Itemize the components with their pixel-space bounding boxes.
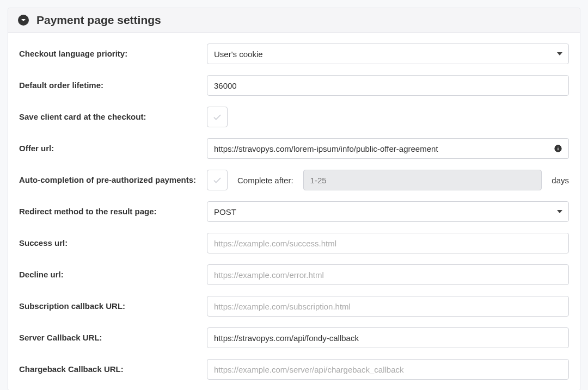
label-decline-url: Decline url: (19, 264, 207, 280)
row-decline-url: Decline url: (19, 264, 569, 285)
row-success-url: Success url: (19, 233, 569, 253)
select-redirect-method-wrap: POST (207, 201, 569, 222)
info-icon (554, 144, 562, 153)
panel-body: Checkout language priority: User's cooki… (8, 33, 580, 390)
label-offer-url: Offer url: (19, 138, 207, 154)
checkbox-save-client-card[interactable] (207, 107, 228, 127)
row-checkout-language-priority: Checkout language priority: User's cooki… (19, 44, 569, 64)
row-redirect-method: Redirect method to the result page: POST (19, 201, 569, 222)
select-checkout-language-priority[interactable]: User's cookie (207, 44, 569, 64)
label-checkout-language-priority: Checkout language priority: (19, 44, 207, 59)
row-server-callback-url: Server Callback URL: (19, 327, 569, 348)
row-subscription-callback-url: Subscription callback URL: (19, 296, 569, 317)
label-chargeback-callback-url: Chargeback Callback URL: (19, 359, 207, 375)
input-default-order-lifetime[interactable] (207, 75, 569, 96)
label-server-callback-url: Server Callback URL: (19, 327, 207, 343)
row-offer-url: Offer url: (19, 138, 569, 159)
label-redirect-method: Redirect method to the result page: (19, 201, 207, 217)
panel-title: Payment page settings (36, 14, 161, 27)
input-chargeback-callback-url[interactable] (207, 359, 569, 380)
panel-header[interactable]: Payment page settings (8, 8, 580, 33)
check-icon (212, 175, 222, 185)
chevron-down-icon (18, 15, 29, 26)
offer-url-group (207, 138, 569, 159)
input-server-callback-url[interactable] (207, 327, 569, 348)
row-chargeback-callback-url: Chargeback Callback URL: (19, 359, 569, 380)
input-offer-url[interactable] (207, 138, 547, 159)
row-save-client-card: Save client card at the checkout: (19, 107, 569, 127)
label-auto-completion: Auto-completion of pre-authorized paymen… (19, 170, 207, 185)
input-decline-url[interactable] (207, 264, 569, 285)
label-save-client-card: Save client card at the checkout: (19, 107, 207, 122)
input-success-url[interactable] (207, 233, 569, 253)
input-complete-after[interactable] (303, 170, 542, 190)
label-complete-after: Complete after: (237, 176, 293, 185)
select-checkout-language-priority-wrap: User's cookie (207, 44, 569, 64)
label-subscription-callback-url: Subscription callback URL: (19, 296, 207, 312)
row-auto-completion: Auto-completion of pre-authorized paymen… (19, 170, 569, 190)
row-default-order-lifetime: Default order lifetime: (19, 75, 569, 96)
check-icon (212, 112, 222, 122)
label-days: days (552, 176, 569, 185)
select-redirect-method[interactable]: POST (207, 201, 569, 222)
label-success-url: Success url: (19, 233, 207, 249)
input-subscription-callback-url[interactable] (207, 296, 569, 317)
payment-settings-panel: Payment page settings Checkout language … (8, 8, 580, 390)
label-default-order-lifetime: Default order lifetime: (19, 75, 207, 91)
offer-url-info-button[interactable] (547, 138, 569, 159)
checkbox-auto-completion[interactable] (207, 170, 228, 190)
